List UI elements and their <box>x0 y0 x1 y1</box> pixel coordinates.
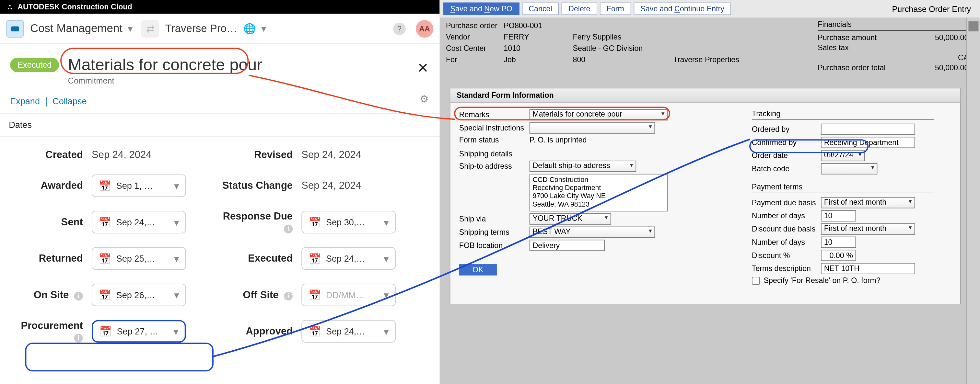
avatar[interactable]: AA <box>416 20 433 37</box>
offsite-date-button[interactable]: 📅DD/MM…▾ <box>301 284 396 306</box>
fob-input[interactable] <box>530 240 605 251</box>
swap-icon[interactable]: ⇄ <box>141 20 159 37</box>
collapse-link[interactable]: Collapse <box>52 96 87 106</box>
expand-collapse-bar: Expand | Collapse ⚙ <box>0 92 440 114</box>
for-val: 800 <box>573 56 673 64</box>
special-select[interactable] <box>530 122 655 134</box>
approved-label: Approved <box>220 326 301 337</box>
special-label: Special instructions <box>459 124 530 132</box>
project-name[interactable]: Traverse Pro… <box>165 22 237 35</box>
for-code: Job <box>504 56 573 64</box>
status-badge: Executed <box>10 58 59 72</box>
shipto-address[interactable]: CCD Construction Receiving Department 97… <box>530 174 668 211</box>
section-header-dates[interactable]: Dates <box>0 114 440 137</box>
info-icon[interactable]: i <box>284 291 293 300</box>
paybasis-label: Payment due basis <box>752 198 821 207</box>
acc-app: ⛬ AUTODESK Construction Cloud Cost Manag… <box>0 0 440 384</box>
close-icon[interactable]: ✕ <box>417 60 428 76</box>
orderedby-input[interactable] <box>821 124 915 135</box>
fob-label: FOB location <box>459 241 530 250</box>
chevron-down-icon[interactable]: ▾ <box>128 23 133 35</box>
calendar-icon: 📅 <box>309 325 321 337</box>
calendar-icon: 📅 <box>99 216 111 228</box>
shipvia-select[interactable]: YOUR TRUCK <box>530 213 611 225</box>
financials-panel: Financials Purchase amount50,000.00 Sale… <box>818 20 968 73</box>
response-due-date-button[interactable]: 📅Sep 30,…▾ <box>301 211 396 233</box>
sales-tax-label: Sales tax <box>818 43 849 52</box>
annotation-oval-title <box>60 48 248 74</box>
costcenter-code: 1010 <box>504 44 573 53</box>
expand-panel-icon[interactable] <box>968 21 978 32</box>
chevron-down-icon: ▾ <box>384 289 389 301</box>
shipto-select[interactable]: Default ship-to address <box>530 160 636 172</box>
discpct-input[interactable] <box>821 250 856 261</box>
batch-select[interactable] <box>821 163 877 175</box>
procurement-date-button[interactable]: 📅Sep 27, …▾ <box>92 320 186 343</box>
shipterms-select[interactable]: BEST WAY <box>530 227 655 238</box>
save-new-po-button[interactable]: Save and New PO <box>443 3 519 15</box>
status-change-label: Status Change <box>220 180 301 191</box>
chevron-down-icon: ▾ <box>384 216 389 228</box>
ok-button[interactable]: OK <box>459 264 497 276</box>
created-label: Created <box>10 149 92 160</box>
for-name: Traverse Properties <box>673 56 786 64</box>
purchase-amount-value: 50,000.00 <box>935 33 968 42</box>
annotation-oval-procurement <box>25 343 213 371</box>
onsite-label: On Site i <box>10 289 92 300</box>
executed-date-button[interactable]: 📅Sep 24,…▾ <box>301 248 396 270</box>
termsdesc-label: Terms description <box>752 264 821 273</box>
financials-header: Financials <box>818 20 968 31</box>
discpct-label: Discount % <box>752 251 821 260</box>
info-icon[interactable]: i <box>284 224 293 233</box>
discdays-input[interactable] <box>821 237 856 248</box>
autodesk-logo-icon: ⛬ <box>6 3 14 11</box>
offsite-label: Off Site i <box>220 289 301 300</box>
onsite-date-button[interactable]: 📅Sep 26,…▾ <box>92 284 186 306</box>
info-icon[interactable]: i <box>74 333 83 342</box>
calendar-icon: 📅 <box>309 216 321 228</box>
po-total-label: Purchase order total <box>818 63 885 72</box>
returned-date-button[interactable]: 📅Sep 25,…▾ <box>92 248 186 270</box>
module-icon[interactable] <box>6 20 24 37</box>
expand-link[interactable]: Expand <box>10 96 40 106</box>
chevron-down-icon: ▾ <box>173 325 178 337</box>
standard-form-panel: Standard Form Information Remarks Materi… <box>450 88 961 305</box>
calendar-icon: 📅 <box>99 289 111 301</box>
help-icon[interactable]: ? <box>393 22 406 35</box>
delete-button[interactable]: Delete <box>562 3 597 15</box>
vendor-name: Ferry Supplies <box>573 33 673 41</box>
shipvia-label: Ship via <box>459 215 530 224</box>
gear-icon[interactable]: ⚙ <box>420 93 428 105</box>
commitment-header: Executed Materials for concrete pour Com… <box>0 44 440 92</box>
info-icon[interactable]: i <box>74 291 83 300</box>
revised-label: Revised <box>220 149 301 160</box>
dates-grid: CreatedSep 24, 2024 RevisedSep 24, 2024 … <box>0 136 440 343</box>
purchase-amount-label: Purchase amount <box>818 33 877 42</box>
awarded-date-button[interactable]: 📅Sep 1, …▾ <box>92 175 186 197</box>
paydays-input[interactable] <box>821 210 856 221</box>
module-name[interactable]: Cost Management <box>30 22 123 35</box>
executed-label: Executed <box>220 253 301 264</box>
calendar-icon: 📅 <box>309 289 321 301</box>
termsdesc-input[interactable] <box>821 263 915 274</box>
annotation-oval-orderdate <box>749 139 869 153</box>
po-label: Purchase order <box>446 21 504 30</box>
globe-icon[interactable]: 🌐 <box>243 23 256 35</box>
paybasis-select[interactable]: First of next month <box>821 197 915 208</box>
status-change-value: Sep 24, 2024 <box>301 180 361 191</box>
form-button[interactable]: Form <box>600 3 631 15</box>
approved-date-button[interactable]: 📅Sep 24,…▾ <box>301 320 396 343</box>
svg-rect-0 <box>11 26 19 31</box>
calendar-icon: 📅 <box>99 180 111 192</box>
discdays-label: Number of days <box>752 238 821 247</box>
cancel-button[interactable]: Cancel <box>522 3 559 15</box>
annotation-oval-remarks <box>454 106 670 121</box>
discbasis-select[interactable]: First of next month <box>821 224 915 235</box>
vendor-code: FERRY <box>504 33 573 41</box>
sent-date-button[interactable]: 📅Sep 24,…▾ <box>92 211 186 233</box>
project-chevron-icon[interactable]: ▾ <box>261 23 266 35</box>
paydays-label: Number of days <box>752 211 821 220</box>
save-continue-button[interactable]: Save and Continue Entry <box>633 3 731 15</box>
vendor-label: Vendor <box>446 33 504 41</box>
resale-checkbox[interactable] <box>752 276 760 285</box>
